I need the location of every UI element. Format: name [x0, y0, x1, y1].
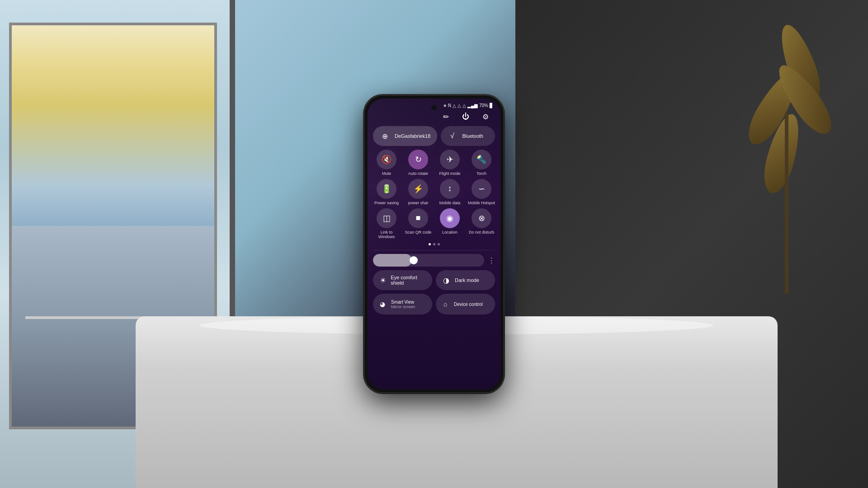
brightness-thumb [410, 256, 418, 264]
signal-bars-icon: ▂▄▆ [467, 103, 478, 108]
status-icons: ∗ N △ △ △ ▂▄▆ 70% ▊ [443, 103, 493, 108]
location-icon: ◉ [440, 208, 460, 228]
link-windows-label: Link to Windows [372, 230, 401, 240]
divider-1 [373, 250, 495, 250]
power-saving-tile[interactable]: 🔋 Power saving [372, 179, 401, 206]
network-tiles-row: ⊕ DeGasfabriek18 √ Bluetooth [368, 126, 500, 146]
signal-mute-icon: △ [458, 103, 461, 108]
device-control-icon: ⌂ [440, 299, 450, 309]
auto-rotate-icon: ↻ [408, 150, 428, 169]
power-saving-label: Power saving [374, 201, 399, 206]
page-indicators [368, 241, 500, 248]
power-share-label: power shar [408, 201, 429, 206]
power-button[interactable]: ⏻ [460, 111, 472, 122]
dnd-icon: ⊗ [472, 208, 491, 228]
auto-rotate-tile[interactable]: ↻ Auto rotate [404, 150, 433, 176]
dnd-label: Do not disturb [469, 230, 494, 235]
quick-settings-grid: 🔇 Mute ↻ Auto rotate ✈ Flight mode 🔦 Tor… [368, 150, 500, 239]
battery-icon: ▊ [490, 103, 493, 108]
scan-qr-tile[interactable]: ■ Scan QR code [404, 208, 433, 240]
scene: ∗ N △ △ △ ▂▄▆ 70% ▊ ✏ ⏻ ⚙ ⊕ [0, 0, 868, 488]
brightness-slider[interactable] [373, 254, 484, 267]
wifi-icon: △ [462, 103, 466, 108]
brightness-more-button[interactable]: ⋮ [488, 256, 495, 265]
smart-view-tile[interactable]: ◕ Smart View Mirror screen [373, 294, 432, 314]
power-share-icon: ⚡ [408, 179, 428, 199]
page-dot-3 [438, 243, 440, 245]
battery-percent: 70% [479, 103, 488, 108]
device-control-tile[interactable]: ⌂ Device control [436, 294, 495, 314]
mute-label: Mute [382, 171, 391, 176]
location-tile[interactable]: ◉ Location [435, 208, 464, 240]
mobile-data-icon: ↕ [440, 179, 460, 199]
wifi-tile-icon: ⊕ [379, 131, 390, 141]
nfc-icon: N [448, 103, 451, 108]
wifi-tile[interactable]: ⊕ DeGasfabriek18 [373, 126, 437, 146]
flight-mode-icon: ✈ [440, 150, 460, 169]
header-controls: ✏ ⏻ ⚙ [368, 110, 500, 126]
plant-stem [785, 113, 788, 294]
phone-device: ∗ N △ △ △ ▂▄▆ 70% ▊ ✏ ⏻ ⚙ ⊕ [364, 95, 504, 393]
power-saving-icon: 🔋 [377, 179, 396, 199]
eye-comfort-tile[interactable]: ☀ Eye comfort shield [373, 270, 432, 290]
torch-icon: 🔦 [472, 150, 491, 169]
hotspot-tile[interactable]: ∽ Mobile Hotspot [467, 179, 496, 206]
mute-tile[interactable]: 🔇 Mute [372, 150, 401, 176]
smart-view-subtitle: Mirror screen [391, 305, 415, 309]
device-control-title: Device control [454, 302, 482, 307]
eye-comfort-icon: ☀ [378, 275, 387, 285]
hotspot-icon: ∽ [472, 179, 491, 199]
silent-icon: △ [453, 103, 456, 108]
device-control-labels: Device control [454, 302, 482, 307]
torch-tile[interactable]: 🔦 Torch [467, 150, 496, 176]
comfort-tiles-row: ☀ Eye comfort shield ◑ Dark mode [368, 270, 500, 294]
flight-mode-label: Flight mode [439, 171, 460, 176]
dark-mode-tile[interactable]: ◑ Dark mode [436, 270, 495, 290]
plant-decoration [741, 23, 832, 294]
eye-comfort-label: Eye comfort shield [391, 275, 427, 286]
bluetooth-icon: ∗ [443, 103, 447, 108]
bluetooth-tile-icon: √ [447, 131, 458, 141]
settings-button[interactable]: ⚙ [480, 111, 491, 122]
bluetooth-tile[interactable]: √ Bluetooth [441, 126, 495, 146]
dark-mode-icon: ◑ [441, 275, 451, 285]
power-share-tile[interactable]: ⚡ power shar [404, 179, 433, 206]
bottom-tiles-row: ◕ Smart View Mirror screen ⌂ Device cont… [368, 294, 500, 318]
torch-label: Torch [476, 171, 486, 176]
mute-icon: 🔇 [377, 150, 396, 169]
dnd-tile[interactable]: ⊗ Do not disturb [467, 208, 496, 240]
link-windows-tile[interactable]: ◫ Link to Windows [372, 208, 401, 240]
flight-mode-tile[interactable]: ✈ Flight mode [435, 150, 464, 176]
brightness-row: ⋮ [368, 252, 500, 270]
bluetooth-label: Bluetooth [462, 133, 483, 139]
mobile-data-tile[interactable]: ↕ Mobile data [435, 179, 464, 206]
phone-screen: ∗ N △ △ △ ▂▄▆ 70% ▊ ✏ ⏻ ⚙ ⊕ [368, 99, 500, 389]
camera-notch [431, 105, 437, 110]
brightness-fill [373, 254, 412, 267]
auto-rotate-label: Auto rotate [408, 171, 428, 176]
hotspot-label: Mobile Hotspot [468, 201, 495, 206]
smart-view-labels: Smart View Mirror screen [391, 300, 415, 309]
edit-button[interactable]: ✏ [440, 111, 452, 122]
location-label: Location [442, 230, 458, 235]
smart-view-title: Smart View [391, 300, 415, 305]
wifi-label: DeGasfabriek18 [395, 133, 431, 139]
page-dot-1 [429, 243, 431, 245]
link-windows-icon: ◫ [377, 208, 396, 228]
dark-mode-label: Dark mode [455, 277, 479, 283]
scan-qr-label: Scan QR code [405, 230, 432, 235]
scan-qr-icon: ■ [408, 208, 428, 228]
smart-view-icon: ◕ [377, 299, 387, 309]
page-dot-2 [433, 243, 435, 245]
mobile-data-label: Mobile data [439, 201, 461, 206]
